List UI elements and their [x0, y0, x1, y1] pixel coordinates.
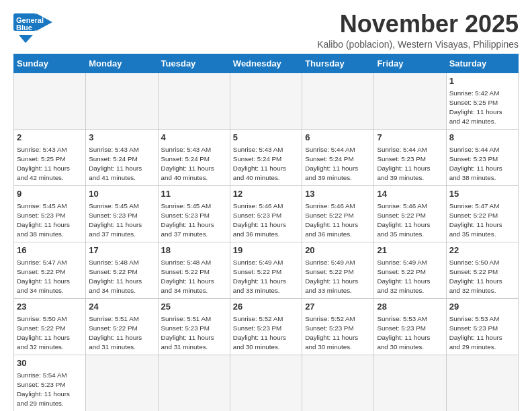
- day-info: Sunrise: 5:51 AM Sunset: 5:22 PM Dayligh…: [89, 314, 154, 353]
- day-number: 19: [233, 244, 299, 257]
- weekday-tuesday: Tuesday: [158, 54, 230, 73]
- page-subtitle: Kalibo (poblacion), Western Visayas, Phi…: [317, 39, 519, 50]
- day-info: Sunrise: 5:50 AM Sunset: 5:22 PM Dayligh…: [449, 258, 515, 296]
- day-info: Sunrise: 5:48 AM Sunset: 5:22 PM Dayligh…: [161, 258, 227, 296]
- day-info: Sunrise: 5:52 AM Sunset: 5:23 PM Dayligh…: [305, 314, 371, 353]
- calendar-day: [158, 73, 230, 129]
- day-info: Sunrise: 5:43 AM Sunset: 5:24 PM Dayligh…: [233, 145, 299, 183]
- day-info: Sunrise: 5:46 AM Sunset: 5:22 PM Dayligh…: [377, 201, 443, 240]
- weekday-header-row: SundayMondayTuesdayWednesdayThursdayFrid…: [14, 54, 519, 73]
- calendar-day: 30Sunrise: 5:54 AM Sunset: 5:23 PM Dayli…: [14, 355, 86, 411]
- title-block: November 2025 Kalibo (poblacion), Wester…: [317, 11, 519, 50]
- calendar-week-6: 30Sunrise: 5:54 AM Sunset: 5:23 PM Dayli…: [14, 355, 519, 411]
- day-info: Sunrise: 5:44 AM Sunset: 5:24 PM Dayligh…: [305, 145, 371, 183]
- calendar-day: [230, 355, 302, 411]
- day-info: Sunrise: 5:45 AM Sunset: 5:23 PM Dayligh…: [89, 201, 154, 240]
- calendar-day: 24Sunrise: 5:51 AM Sunset: 5:22 PM Dayli…: [86, 298, 158, 355]
- day-number: 8: [449, 132, 515, 144]
- day-number: 2: [17, 132, 83, 144]
- svg-marker-4: [19, 35, 33, 43]
- calendar-week-2: 2Sunrise: 5:43 AM Sunset: 5:25 PM Daylig…: [14, 129, 519, 185]
- day-number: 10: [89, 188, 154, 200]
- day-number: 30: [17, 357, 83, 369]
- day-info: Sunrise: 5:53 AM Sunset: 5:23 PM Dayligh…: [377, 314, 443, 353]
- svg-text:Blue: Blue: [16, 24, 32, 32]
- calendar-day: 7Sunrise: 5:44 AM Sunset: 5:23 PM Daylig…: [374, 129, 446, 185]
- day-number: 17: [89, 244, 154, 257]
- calendar-day: 23Sunrise: 5:50 AM Sunset: 5:22 PM Dayli…: [14, 298, 86, 355]
- calendar-day: 25Sunrise: 5:51 AM Sunset: 5:23 PM Dayli…: [158, 298, 230, 355]
- calendar-day: [446, 355, 518, 411]
- calendar-day: 20Sunrise: 5:49 AM Sunset: 5:22 PM Dayli…: [302, 242, 374, 298]
- calendar-day: 9Sunrise: 5:45 AM Sunset: 5:23 PM Daylig…: [14, 185, 86, 242]
- calendar-day: 16Sunrise: 5:47 AM Sunset: 5:22 PM Dayli…: [14, 242, 86, 298]
- day-number: 14: [377, 188, 443, 200]
- day-info: Sunrise: 5:44 AM Sunset: 5:23 PM Dayligh…: [449, 145, 515, 183]
- calendar-day: 14Sunrise: 5:46 AM Sunset: 5:22 PM Dayli…: [374, 185, 446, 242]
- day-number: 7: [377, 132, 443, 144]
- day-number: 13: [305, 188, 371, 200]
- calendar-day: 5Sunrise: 5:43 AM Sunset: 5:24 PM Daylig…: [230, 129, 302, 185]
- calendar-day: 27Sunrise: 5:52 AM Sunset: 5:23 PM Dayli…: [302, 298, 374, 355]
- calendar-day: 11Sunrise: 5:45 AM Sunset: 5:23 PM Dayli…: [158, 185, 230, 242]
- day-info: Sunrise: 5:49 AM Sunset: 5:22 PM Dayligh…: [233, 258, 299, 296]
- calendar-day: 3Sunrise: 5:43 AM Sunset: 5:24 PM Daylig…: [86, 129, 158, 185]
- day-number: 1: [449, 75, 515, 87]
- day-info: Sunrise: 5:52 AM Sunset: 5:23 PM Dayligh…: [233, 314, 299, 353]
- day-info: Sunrise: 5:47 AM Sunset: 5:22 PM Dayligh…: [449, 201, 515, 240]
- day-number: 21: [377, 244, 443, 257]
- calendar-day: [158, 355, 230, 411]
- day-number: 11: [161, 188, 227, 200]
- calendar-day: [302, 73, 374, 129]
- calendar-week-5: 23Sunrise: 5:50 AM Sunset: 5:22 PM Dayli…: [14, 298, 519, 355]
- calendar-day: 4Sunrise: 5:43 AM Sunset: 5:24 PM Daylig…: [158, 129, 230, 185]
- calendar-day: [86, 355, 158, 411]
- weekday-friday: Friday: [374, 54, 446, 73]
- calendar-day: 6Sunrise: 5:44 AM Sunset: 5:24 PM Daylig…: [302, 129, 374, 185]
- weekday-monday: Monday: [86, 54, 158, 73]
- calendar-day: 17Sunrise: 5:48 AM Sunset: 5:22 PM Dayli…: [86, 242, 158, 298]
- day-number: 5: [233, 132, 299, 144]
- calendar-day: [302, 355, 374, 411]
- day-info: Sunrise: 5:43 AM Sunset: 5:24 PM Dayligh…: [161, 145, 227, 183]
- day-number: 3: [89, 132, 154, 144]
- calendar-day: 26Sunrise: 5:52 AM Sunset: 5:23 PM Dayli…: [230, 298, 302, 355]
- calendar-day: 18Sunrise: 5:48 AM Sunset: 5:22 PM Dayli…: [158, 242, 230, 298]
- calendar-day: 29Sunrise: 5:53 AM Sunset: 5:23 PM Dayli…: [446, 298, 518, 355]
- calendar-day: 15Sunrise: 5:47 AM Sunset: 5:22 PM Dayli…: [446, 185, 518, 242]
- day-number: 27: [305, 301, 371, 313]
- day-info: Sunrise: 5:45 AM Sunset: 5:23 PM Dayligh…: [161, 201, 227, 240]
- day-info: Sunrise: 5:44 AM Sunset: 5:23 PM Dayligh…: [377, 145, 443, 183]
- calendar-day: 1Sunrise: 5:42 AM Sunset: 5:25 PM Daylig…: [446, 73, 518, 129]
- calendar-day: 28Sunrise: 5:53 AM Sunset: 5:23 PM Dayli…: [374, 298, 446, 355]
- day-info: Sunrise: 5:53 AM Sunset: 5:23 PM Dayligh…: [449, 314, 515, 353]
- day-number: 16: [17, 244, 83, 257]
- day-number: 24: [89, 301, 154, 313]
- calendar-week-3: 9Sunrise: 5:45 AM Sunset: 5:23 PM Daylig…: [14, 185, 519, 242]
- calendar-day: 22Sunrise: 5:50 AM Sunset: 5:22 PM Dayli…: [446, 242, 518, 298]
- day-number: 12: [233, 188, 299, 200]
- day-number: 29: [449, 301, 515, 313]
- day-info: Sunrise: 5:45 AM Sunset: 5:23 PM Dayligh…: [17, 201, 83, 240]
- page-header: General Blue November 2025 Kalibo (pobla…: [13, 11, 519, 50]
- calendar-day: [374, 355, 446, 411]
- calendar-day: [86, 73, 158, 129]
- day-number: 18: [161, 244, 227, 257]
- day-number: 22: [449, 244, 515, 257]
- calendar-day: 8Sunrise: 5:44 AM Sunset: 5:23 PM Daylig…: [446, 129, 518, 185]
- day-info: Sunrise: 5:54 AM Sunset: 5:23 PM Dayligh…: [17, 371, 83, 409]
- day-number: 4: [161, 132, 227, 144]
- weekday-saturday: Saturday: [446, 54, 518, 73]
- day-info: Sunrise: 5:42 AM Sunset: 5:25 PM Dayligh…: [449, 89, 515, 127]
- day-info: Sunrise: 5:49 AM Sunset: 5:22 PM Dayligh…: [305, 258, 371, 296]
- calendar-week-4: 16Sunrise: 5:47 AM Sunset: 5:22 PM Dayli…: [14, 242, 519, 298]
- calendar-day: 21Sunrise: 5:49 AM Sunset: 5:22 PM Dayli…: [374, 242, 446, 298]
- calendar-day: [374, 73, 446, 129]
- day-number: 25: [161, 301, 227, 313]
- day-info: Sunrise: 5:47 AM Sunset: 5:22 PM Dayligh…: [17, 258, 83, 296]
- day-number: 28: [377, 301, 443, 313]
- weekday-sunday: Sunday: [14, 54, 86, 73]
- calendar-day: 12Sunrise: 5:46 AM Sunset: 5:23 PM Dayli…: [230, 185, 302, 242]
- day-info: Sunrise: 5:51 AM Sunset: 5:23 PM Dayligh…: [161, 314, 227, 353]
- day-info: Sunrise: 5:46 AM Sunset: 5:22 PM Dayligh…: [305, 201, 371, 240]
